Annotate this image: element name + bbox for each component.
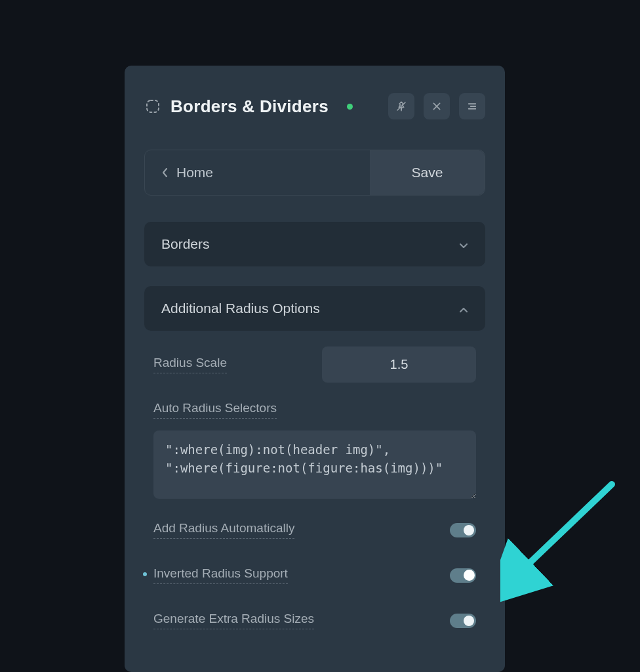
- field-inverted-radius: Inverted Radius Support: [144, 566, 485, 584]
- panel-icon: [144, 98, 161, 115]
- svg-rect-0: [147, 100, 159, 112]
- save-button[interactable]: Save: [370, 150, 485, 195]
- pin-button[interactable]: [388, 93, 414, 119]
- settings-panel: Borders & Dividers Home Save Borders Add…: [125, 66, 505, 672]
- back-home-label: Home: [176, 165, 213, 180]
- field-radius-scale: Radius Scale: [144, 346, 485, 383]
- chevron-down-icon: [459, 236, 468, 252]
- auto-selectors-textarea[interactable]: [153, 430, 476, 499]
- close-button[interactable]: [424, 93, 450, 119]
- nav-row: Home Save: [144, 150, 485, 196]
- accordion-additional-radius-label: Additional Radius Options: [161, 301, 320, 316]
- radius-scale-label: Radius Scale: [153, 356, 227, 373]
- back-home-button[interactable]: Home: [145, 150, 370, 195]
- inverted-radius-label: Inverted Radius Support: [153, 566, 288, 584]
- field-add-radius-auto: Add Radius Automatically: [144, 521, 485, 539]
- menu-button[interactable]: [459, 93, 485, 119]
- add-radius-auto-label: Add Radius Automatically: [153, 521, 294, 539]
- svg-line-8: [521, 484, 612, 571]
- accordion-borders[interactable]: Borders: [144, 222, 485, 266]
- save-button-label: Save: [412, 165, 443, 180]
- add-radius-auto-toggle[interactable]: [450, 523, 476, 537]
- extra-radius-sizes-label: Generate Extra Radius Sizes: [153, 612, 314, 629]
- panel-title: Borders & Dividers: [170, 96, 329, 117]
- radius-scale-input[interactable]: [322, 346, 476, 383]
- status-indicator: [347, 104, 353, 110]
- accordion-borders-label: Borders: [161, 236, 210, 252]
- chevron-left-icon: [162, 167, 169, 178]
- chevron-up-icon: [459, 301, 468, 316]
- auto-selectors-label: Auto Radius Selectors: [153, 401, 277, 419]
- extra-radius-sizes-toggle[interactable]: [450, 614, 476, 628]
- field-extra-radius-sizes: Generate Extra Radius Sizes: [144, 612, 485, 629]
- panel-header: Borders & Dividers: [144, 93, 485, 119]
- accordion-additional-radius[interactable]: Additional Radius Options: [144, 286, 485, 331]
- annotation-arrow-icon: [500, 472, 631, 604]
- inverted-radius-toggle[interactable]: [450, 568, 476, 583]
